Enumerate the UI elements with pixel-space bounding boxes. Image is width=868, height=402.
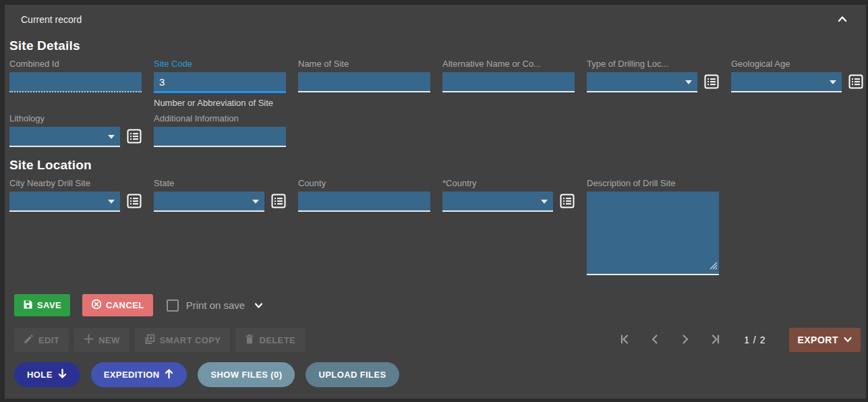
- lithology-list-button[interactable]: [127, 129, 142, 146]
- chevron-down-icon: [843, 335, 852, 345]
- record-toolbar-row: EDIT NEW SMART COPY DELETE: [9, 328, 866, 352]
- collapse-panel-button[interactable]: [836, 14, 848, 26]
- county-input[interactable]: [298, 192, 430, 212]
- site-code-input[interactable]: [154, 72, 286, 93]
- delete-button[interactable]: DELETE: [235, 328, 305, 352]
- geological-age-select[interactable]: [731, 72, 842, 92]
- print-on-save-group: Print on save: [167, 299, 264, 312]
- cancel-button[interactable]: CANCEL: [82, 294, 153, 316]
- alternative-name-field: Alternative Name or Co...: [442, 59, 575, 92]
- arrow-down-icon: [57, 368, 67, 381]
- arrow-up-icon: [164, 368, 174, 381]
- page-position-label: 1 / 2: [744, 335, 765, 345]
- smart-copy-button[interactable]: SMART COPY: [135, 328, 231, 352]
- last-page-icon: [710, 333, 722, 347]
- list-icon: [848, 74, 863, 91]
- first-page-button[interactable]: [618, 333, 631, 347]
- country-list-button[interactable]: [560, 194, 575, 210]
- cancel-button-label: CANCEL: [106, 300, 144, 310]
- chevron-down-icon: [541, 200, 548, 204]
- combined-id-input[interactable]: [9, 72, 142, 92]
- save-button-label: SAVE: [37, 300, 61, 310]
- geological-age-field: Geological Age: [731, 59, 863, 92]
- chevron-down-icon: [108, 135, 115, 139]
- additional-information-field: Additional Information: [154, 113, 286, 147]
- geological-age-list-button[interactable]: [848, 74, 863, 91]
- additional-information-input[interactable]: [154, 127, 286, 147]
- last-page-button[interactable]: [710, 333, 722, 347]
- print-options-chevron-button[interactable]: [254, 302, 264, 310]
- show-files-button[interactable]: SHOW FILES (0): [198, 362, 295, 387]
- panel-title: Current record: [21, 14, 82, 25]
- country-label: *Country: [442, 178, 575, 189]
- lithology-select[interactable]: [9, 127, 120, 147]
- state-label: State: [154, 178, 286, 189]
- pencil-icon: [24, 334, 34, 346]
- print-on-save-label: Print on save: [186, 299, 245, 311]
- cancel-circle-x-icon: [91, 299, 102, 312]
- next-page-button[interactable]: [679, 333, 691, 347]
- floppy-disk-icon: [23, 299, 33, 312]
- county-label: County: [298, 178, 430, 189]
- chevron-left-icon: [649, 333, 661, 347]
- description-label: Description of Drill Site: [587, 178, 719, 189]
- alternative-name-input[interactable]: [442, 72, 575, 92]
- hole-button-label: HOLE: [27, 370, 53, 380]
- country-select[interactable]: [442, 192, 553, 212]
- expedition-button-label: EXPEDITION: [104, 370, 160, 380]
- drilling-location-type-select[interactable]: [587, 72, 697, 92]
- delete-button-label: DELETE: [259, 335, 295, 345]
- site-details-row-2: Lithology Additional Information: [9, 113, 866, 147]
- upload-files-button[interactable]: UPLOAD FILES: [306, 362, 399, 387]
- new-button[interactable]: NEW: [74, 328, 129, 352]
- previous-page-button[interactable]: [649, 333, 661, 347]
- state-list-button[interactable]: [271, 194, 286, 210]
- related-records-row: HOLE EXPEDITION SHOW FILES (0) UPLOAD FI…: [9, 362, 866, 387]
- upload-files-button-label: UPLOAD FILES: [318, 370, 386, 380]
- city-nearby-label: City Nearby Drill Site: [9, 178, 142, 189]
- state-select[interactable]: [154, 192, 264, 212]
- trash-icon: [245, 334, 254, 346]
- list-icon: [127, 129, 142, 146]
- first-page-icon: [618, 333, 631, 347]
- chevron-down-icon: [685, 80, 692, 84]
- alternative-name-label: Alternative Name or Co...: [442, 59, 575, 69]
- edit-button[interactable]: EDIT: [14, 328, 69, 352]
- site-code-field: Site Code Number or Abbreviation of Site: [154, 59, 286, 108]
- print-on-save-checkbox[interactable]: [167, 299, 179, 312]
- city-nearby-select[interactable]: [9, 192, 120, 212]
- pagination-group: 1 / 2 EXPORT: [618, 328, 861, 352]
- chevron-down-icon: [108, 200, 115, 204]
- name-of-site-field: Name of Site: [298, 59, 430, 92]
- chevron-down-icon: [252, 200, 259, 204]
- export-button[interactable]: EXPORT: [789, 328, 861, 352]
- city-nearby-list-button[interactable]: [127, 194, 142, 210]
- site-code-helper-text: Number or Abbreviation of Site: [154, 98, 286, 108]
- hole-button[interactable]: HOLE: [14, 362, 80, 387]
- county-field: County: [298, 178, 430, 212]
- current-record-panel: Current record Site Details Combined Id …: [5, 5, 866, 399]
- drilling-location-type-field: Type of Drilling Loc...: [587, 59, 719, 92]
- drilling-location-type-label: Type of Drilling Loc...: [587, 59, 719, 69]
- combined-id-label: Combined Id: [9, 59, 142, 69]
- geological-age-label: Geological Age: [731, 59, 863, 69]
- name-of-site-label: Name of Site: [298, 59, 430, 69]
- save-button[interactable]: SAVE: [14, 294, 70, 316]
- smart-copy-button-label: SMART COPY: [160, 335, 221, 345]
- additional-information-label: Additional Information: [154, 113, 286, 124]
- chevron-right-icon: [679, 333, 691, 347]
- new-button-label: NEW: [98, 335, 120, 345]
- description-textarea[interactable]: [587, 192, 719, 275]
- country-field: *Country: [442, 178, 575, 212]
- chevron-down-icon: [830, 80, 836, 84]
- state-field: State: [154, 178, 286, 212]
- site-location-heading: Site Location: [9, 158, 866, 173]
- export-button-label: EXPORT: [797, 335, 838, 345]
- drilling-location-type-list-button[interactable]: [704, 74, 719, 91]
- copy-plus-icon: [144, 334, 155, 347]
- name-of-site-input[interactable]: [298, 72, 430, 92]
- expedition-button[interactable]: EXPEDITION: [91, 362, 187, 387]
- list-icon: [271, 194, 286, 210]
- site-details-row-1: Combined Id Site Code Number or Abbrevia…: [9, 59, 866, 108]
- plus-icon: [84, 334, 94, 346]
